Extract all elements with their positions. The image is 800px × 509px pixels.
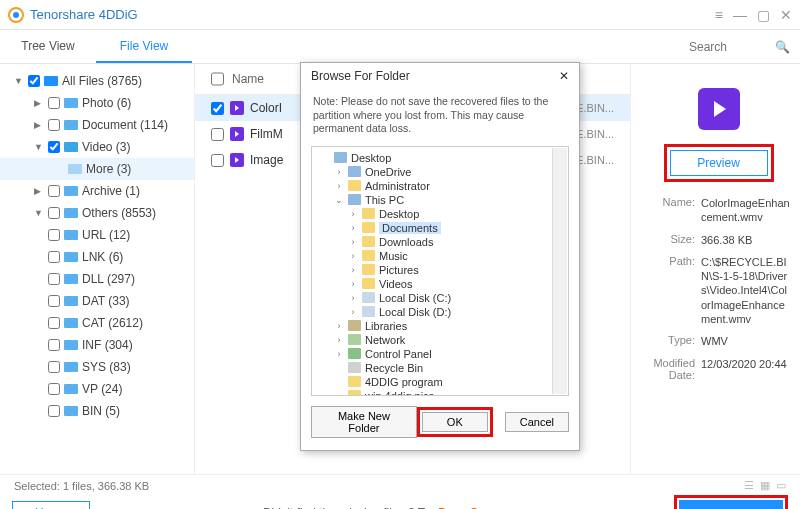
check-all[interactable] bbox=[28, 75, 40, 87]
ft-desktop[interactable]: Desktop bbox=[314, 151, 566, 165]
drive-icon bbox=[362, 292, 375, 303]
check-others[interactable] bbox=[48, 207, 60, 219]
tab-tree-view[interactable]: Tree View bbox=[0, 31, 96, 63]
tree-url[interactable]: URL (12) bbox=[0, 224, 194, 246]
tree-inf[interactable]: INF (304) bbox=[0, 334, 194, 356]
minimize-icon[interactable]: — bbox=[733, 7, 747, 23]
check-all-list[interactable] bbox=[211, 72, 224, 86]
status-bar: Selected: 1 files, 366.38 KB ☰ ▦ ▭ bbox=[0, 474, 800, 496]
tree-all-files[interactable]: ▼All Files (8765) bbox=[0, 70, 194, 92]
folder-icon bbox=[68, 164, 82, 174]
search-input[interactable] bbox=[689, 40, 769, 54]
video-file-icon bbox=[230, 153, 244, 167]
ft-desktop2[interactable]: ›Desktop bbox=[314, 207, 566, 221]
tree-video[interactable]: ▼Video (3) bbox=[0, 136, 194, 158]
file-name: ColorI bbox=[250, 101, 282, 115]
folder-icon bbox=[64, 208, 78, 218]
tab-row: Tree View File View 🔍 bbox=[0, 30, 800, 64]
check-cat[interactable] bbox=[48, 317, 60, 329]
folder-icon bbox=[64, 362, 78, 372]
file-type-icon bbox=[698, 88, 740, 130]
tree-more[interactable]: More (3) bbox=[0, 158, 194, 180]
ft-videos[interactable]: ›Videos bbox=[314, 277, 566, 291]
label-path: Path: bbox=[647, 255, 701, 267]
ok-button[interactable]: OK bbox=[422, 412, 488, 432]
tree-cat[interactable]: CAT (2612) bbox=[0, 312, 194, 334]
check-sys[interactable] bbox=[48, 361, 60, 373]
maximize-icon[interactable]: ▢ bbox=[757, 7, 770, 23]
dialog-close-icon[interactable]: ✕ bbox=[559, 69, 569, 83]
drive-icon bbox=[362, 306, 375, 317]
search-box[interactable]: 🔍 bbox=[640, 40, 790, 54]
check-lnk[interactable] bbox=[48, 251, 60, 263]
ft-onedrive[interactable]: ›OneDrive bbox=[314, 165, 566, 179]
grid-view-icon[interactable]: ▦ bbox=[760, 479, 770, 492]
ft-downloads[interactable]: ›Downloads bbox=[314, 235, 566, 249]
large-view-icon[interactable]: ▭ bbox=[776, 479, 786, 492]
ft-documents[interactable]: ›Documents bbox=[314, 221, 566, 235]
ft-pictures[interactable]: ›Pictures bbox=[314, 263, 566, 277]
cancel-button[interactable]: Cancel bbox=[505, 412, 569, 432]
check-url[interactable] bbox=[48, 229, 60, 241]
recover-button[interactable]: Recover bbox=[679, 500, 783, 510]
close-icon[interactable]: ✕ bbox=[780, 7, 792, 23]
tree-vp[interactable]: VP (24) bbox=[0, 378, 194, 400]
network-icon bbox=[348, 334, 361, 345]
folder-tree[interactable]: Desktop ›OneDrive ›Administrator ⌄This P… bbox=[311, 146, 569, 396]
ft-folder-4ddig[interactable]: 4DDIG program bbox=[314, 375, 566, 389]
check-dat[interactable] bbox=[48, 295, 60, 307]
make-new-folder-button[interactable]: Make New Folder bbox=[311, 406, 417, 438]
row-check[interactable] bbox=[211, 128, 224, 141]
tree-dat[interactable]: DAT (33) bbox=[0, 290, 194, 312]
preview-button[interactable]: Preview bbox=[670, 150, 768, 176]
menu-icon[interactable]: ≡ bbox=[715, 7, 723, 23]
folder-icon bbox=[64, 274, 78, 284]
check-photo[interactable] bbox=[48, 97, 60, 109]
selection-status: Selected: 1 files, 366.38 KB bbox=[14, 480, 149, 492]
ft-admin[interactable]: ›Administrator bbox=[314, 179, 566, 193]
tree-lnk[interactable]: LNK (6) bbox=[0, 246, 194, 268]
ft-music[interactable]: ›Music bbox=[314, 249, 566, 263]
check-archive[interactable] bbox=[48, 185, 60, 197]
value-path: C:\$RECYCLE.BIN\S-1-5-18\Drivers\Video.I… bbox=[701, 255, 790, 326]
check-dll[interactable] bbox=[48, 273, 60, 285]
home-button[interactable]: Home bbox=[12, 501, 90, 509]
video-file-icon bbox=[230, 127, 244, 141]
ft-folder-pics[interactable]: win 4ddig pics bbox=[314, 389, 566, 396]
ft-recyclebin[interactable]: Recycle Bin bbox=[314, 361, 566, 375]
search-icon[interactable]: 🔍 bbox=[775, 40, 790, 54]
tab-file-view[interactable]: File View bbox=[96, 31, 192, 63]
ft-controlpanel[interactable]: ›Control Panel bbox=[314, 347, 566, 361]
tree-archive[interactable]: ▶Archive (1) bbox=[0, 180, 194, 202]
tree-dll[interactable]: DLL (297) bbox=[0, 268, 194, 290]
list-view-icon[interactable]: ☰ bbox=[744, 479, 754, 492]
ft-thispc[interactable]: ⌄This PC bbox=[314, 193, 566, 207]
check-video[interactable] bbox=[48, 141, 60, 153]
dialog-buttons: Make New Folder OK Cancel bbox=[301, 396, 579, 450]
user-icon bbox=[348, 180, 361, 191]
folder-icon bbox=[64, 252, 78, 262]
desktop-icon bbox=[334, 152, 347, 163]
ft-network[interactable]: ›Network bbox=[314, 333, 566, 347]
ft-libraries[interactable]: ›Libraries bbox=[314, 319, 566, 333]
folder-icon bbox=[348, 376, 361, 387]
tree-document[interactable]: ▶Document (114) bbox=[0, 114, 194, 136]
folder-icon bbox=[362, 250, 375, 261]
folder-icon bbox=[64, 296, 78, 306]
check-document[interactable] bbox=[48, 119, 60, 131]
ft-drive-c[interactable]: ›Local Disk (C:) bbox=[314, 291, 566, 305]
tree-bin[interactable]: BIN (5) bbox=[0, 400, 194, 422]
row-check[interactable] bbox=[211, 154, 224, 167]
value-type: WMV bbox=[701, 334, 790, 348]
check-bin[interactable] bbox=[48, 405, 60, 417]
check-vp[interactable] bbox=[48, 383, 60, 395]
tree-photo[interactable]: ▶Photo (6) bbox=[0, 92, 194, 114]
folder-icon bbox=[362, 222, 375, 233]
video-file-icon bbox=[230, 101, 244, 115]
check-inf[interactable] bbox=[48, 339, 60, 351]
label-date: Modified Date: bbox=[647, 357, 701, 381]
ft-drive-d[interactable]: ›Local Disk (D:) bbox=[314, 305, 566, 319]
tree-sys[interactable]: SYS (83) bbox=[0, 356, 194, 378]
row-check[interactable] bbox=[211, 102, 224, 115]
tree-others[interactable]: ▼Others (8553) bbox=[0, 202, 194, 224]
